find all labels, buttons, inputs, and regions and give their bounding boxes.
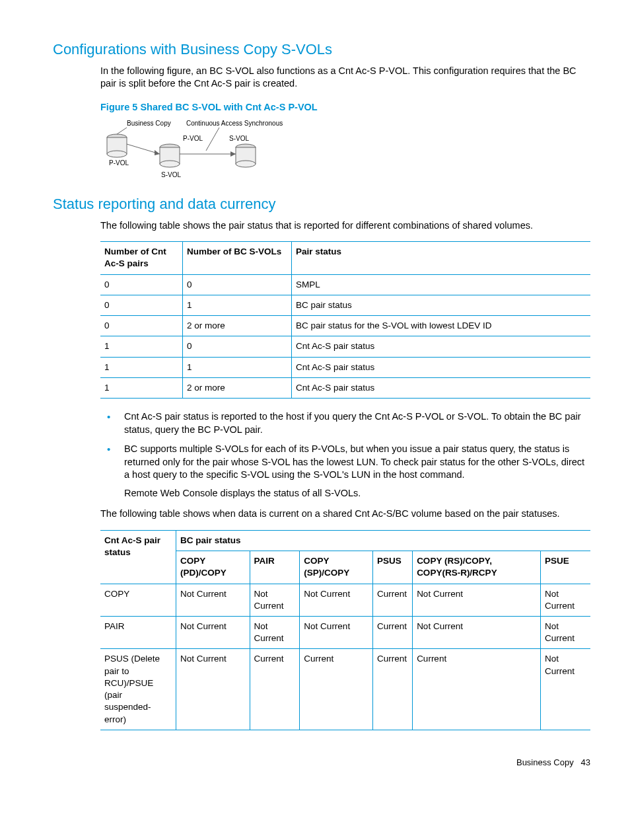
t2-rowhead: Cnt Ac-S pair status [100,530,176,584]
notes-list: Cnt Ac-S pair status is reported to the … [100,410,590,500]
t2-col: COPY (PD)/COPY [176,551,250,584]
intro-paragraph-2: The following table shows the pair statu… [100,219,590,233]
svol-right-label: S-VOL [229,135,249,142]
svg-line-9 [117,128,127,134]
t2-grouphead: BC pair status [176,530,591,551]
pvol-left-label: P-VOL [109,159,129,167]
list-item: Cnt Ac-S pair status is reported to the … [100,410,590,436]
footer-section: Business Copy [516,757,574,767]
t2-col: COPY (SP)/COPY [300,551,373,584]
data-currency-table: Cnt Ac-S pair status BC pair status COPY… [100,530,590,730]
heading-configurations: Configurations with Business Copy S-VOLs [53,40,590,59]
svg-line-14 [206,128,219,151]
table-row: 00SMPL [100,274,590,295]
t1-h1: Number of Cnt Ac-S pairs [100,242,183,274]
table-row: 01BC pair status [100,295,590,315]
table-row: PAIRNot CurrentNot CurrentNot CurrentCur… [100,616,590,648]
t1-h2: Number of BC S-VOLs [183,242,292,274]
footer-page-number: 43 [581,757,590,767]
svg-point-8 [236,161,256,167]
intro-paragraph-1: In the following figure, an BC S-VOL als… [100,65,590,91]
svol-mid-label: S-VOL [161,171,181,178]
table-row: COPYNot CurrentNot CurrentNot CurrentCur… [100,584,590,616]
svg-point-2 [107,151,127,157]
figure-5-title: Figure 5 Shared BC S-VOL with Cnt Ac-S P… [100,101,590,114]
list-item: BC supports multiple S-VOLs for each of … [100,443,590,500]
bullet-2-text: BC supports multiple S-VOLs for each of … [124,443,584,480]
t2-col: PSUE [541,551,590,584]
t1-h3: Pair status [292,242,591,274]
table-row: PSUS (Delete pair to RCU)/PSUE (pair sus… [100,649,590,730]
page-footer: Business Copy 43 [53,757,590,769]
intro-paragraph-3: The following table shows when data is c… [100,508,590,521]
pvol-mid-label: P-VOL [183,135,203,142]
t2-col: PAIR [250,551,300,584]
t2-col: COPY (RS)/COPY, COPY(RS-R)/RCPY [413,551,541,584]
svg-marker-13 [230,151,236,157]
bc-label: Business Copy [127,120,171,127]
table-row: 12 or moreCnt Ac-S pair status [100,377,590,398]
figure-5-diagram: Business Copy Continuous Access Synchron… [100,118,590,188]
table-row: 11Cnt Ac-S pair status [100,357,590,377]
svg-marker-11 [155,150,160,155]
bullet-2-sub: Remote Web Console displays the status o… [124,487,590,500]
table-row: 02 or moreBC pair status for the S-VOL w… [100,316,590,336]
t2-col: PSUS [373,551,413,584]
cas-label: Continuous Access Synchronous [186,120,283,127]
pair-status-table: Number of Cnt Ac-S pairs Number of BC S-… [100,241,590,399]
heading-status-reporting: Status reporting and data currency [53,194,590,214]
svg-point-5 [160,161,180,167]
table-row: 10Cnt Ac-S pair status [100,336,590,357]
